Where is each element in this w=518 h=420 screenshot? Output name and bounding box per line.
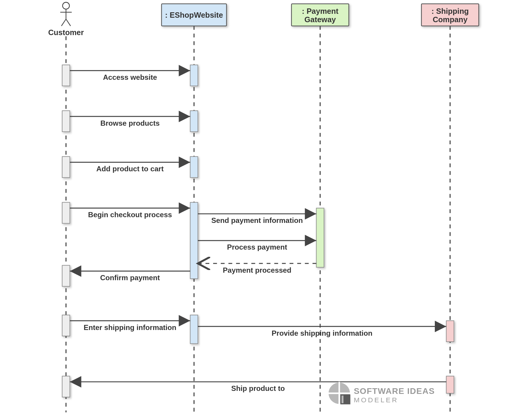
- watermark-logo: SOFTWARE IDEASMODELER: [328, 382, 435, 405]
- message-label: Ship product to: [231, 384, 285, 392]
- execution-eshop: [190, 202, 198, 279]
- execution-eshop: [190, 157, 198, 178]
- message-label: Provide shipping information: [272, 329, 373, 337]
- svg-text:Company: Company: [433, 15, 468, 24]
- message-label: Send payment information: [211, 216, 303, 224]
- execution-gateway: [316, 208, 324, 267]
- lifeline-eshop: : EShopWebsite: [162, 4, 226, 26]
- lifeline-shipping: : ShippingCompany: [421, 4, 479, 26]
- execution-customer: [62, 376, 70, 397]
- execution-customer: [62, 111, 70, 132]
- execution-eshop: [190, 315, 198, 344]
- message-label: Browse products: [100, 119, 159, 127]
- message-label: Access website: [103, 73, 157, 81]
- execution-customer: [62, 266, 70, 286]
- lifeline-customer: Customer: [48, 2, 84, 37]
- execution-customer: [62, 202, 70, 224]
- lifeline-label: : Payment: [302, 7, 338, 15]
- execution-customer: [62, 65, 70, 86]
- execution-customer: [62, 315, 70, 336]
- svg-point-0: [62, 2, 69, 9]
- lifeline-label: : Shipping: [432, 7, 469, 15]
- svg-rect-12: [328, 392, 351, 394]
- message-label: Confirm payment: [100, 274, 160, 282]
- svg-line-3: [62, 19, 66, 26]
- execution-shipping: [446, 321, 454, 342]
- watermark-text: MODELER: [354, 396, 398, 404]
- message-label: Enter shipping information: [84, 323, 177, 332]
- execution-eshop: [190, 65, 198, 86]
- watermark-text: SOFTWARE IDEAS: [354, 386, 435, 396]
- execution-eshop: [190, 111, 198, 132]
- lifeline-gateway: : PaymentGateway: [292, 4, 349, 26]
- sequence-diagram: Customer: EShopWebsite: PaymentGateway: …: [0, 0, 518, 420]
- message-label: Add product to cart: [96, 165, 164, 173]
- svg-text:Gateway: Gateway: [304, 15, 336, 24]
- execution-shipping: [446, 376, 454, 393]
- message-label: Begin checkout process: [88, 211, 172, 219]
- svg-rect-14: [341, 396, 343, 403]
- lifeline-label: : EShopWebsite: [165, 11, 223, 19]
- svg-line-4: [66, 19, 71, 26]
- message-label: Payment processed: [223, 266, 291, 274]
- execution-customer: [62, 157, 70, 178]
- lifeline-label: Customer: [48, 28, 84, 37]
- message-label: Process payment: [227, 243, 287, 251]
